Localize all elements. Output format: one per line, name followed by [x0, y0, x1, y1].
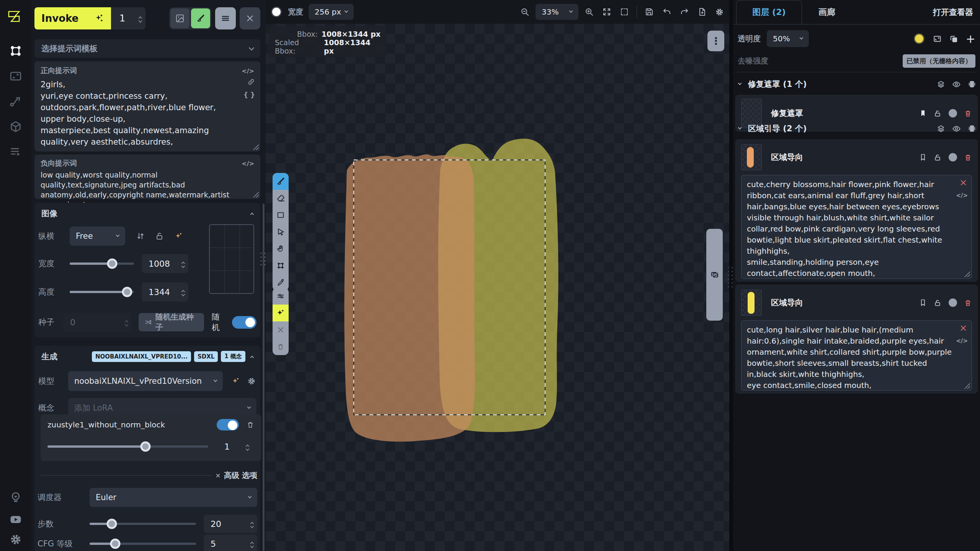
lora-delete-icon[interactable]	[247, 421, 254, 429]
cancel-button[interactable]	[240, 7, 260, 29]
delete-layer-icon[interactable]	[964, 299, 972, 307]
remove-prompt-icon[interactable]	[960, 324, 967, 332]
generation-advanced-row[interactable]: 高级 选项	[41, 470, 257, 481]
resize-grip[interactable]	[964, 271, 970, 277]
pan-tool[interactable]	[273, 240, 289, 257]
unlock-icon[interactable]	[934, 153, 942, 161]
open-viewer-link[interactable]: 打开查看器	[933, 7, 973, 18]
steps-steppers[interactable]	[251, 520, 253, 528]
image-section-header[interactable]: 图像	[38, 207, 256, 220]
canvas-mode-button[interactable]	[191, 8, 210, 28]
link-prompts-icon[interactable]	[247, 78, 255, 86]
sidebar-item-canvas[interactable]	[9, 44, 22, 57]
remove-prompt-icon[interactable]	[960, 179, 967, 186]
eraser-tool[interactable]	[273, 190, 289, 207]
invoke-sparkle-tool[interactable]	[273, 305, 289, 321]
lora-weight-slider[interactable]	[47, 445, 208, 448]
transform-tool[interactable]	[273, 257, 289, 274]
width-steppers[interactable]	[182, 260, 185, 267]
swap-dimensions-icon[interactable]	[136, 231, 145, 241]
regional-prompt-box[interactable]: cute,cherry blossoms,hair flower,pink fl…	[741, 175, 972, 279]
width-slider[interactable]	[70, 262, 134, 265]
model-settings-icon[interactable]	[247, 377, 256, 385]
select-tool[interactable]	[273, 223, 289, 240]
aspect-select[interactable]: Free	[70, 227, 125, 246]
cfg-slider[interactable]	[90, 543, 196, 545]
sidebar-item-models[interactable]	[9, 120, 22, 133]
delete-layer-icon[interactable]	[964, 153, 972, 161]
scheduler-select[interactable]: Euler	[90, 488, 257, 507]
lock-aspect-icon[interactable]	[155, 231, 164, 241]
bookmark-icon[interactable]	[919, 109, 927, 117]
steps-input[interactable]: 20	[204, 515, 257, 533]
duplicate-layer-icon[interactable]	[949, 34, 958, 43]
queue-count-stepper[interactable]: 1	[111, 7, 145, 29]
tab-gallery[interactable]: 画廊	[802, 0, 852, 24]
sidebar-settings-icon[interactable]	[10, 533, 22, 546]
isolate-layer-icon[interactable]	[968, 80, 976, 88]
brush-tool[interactable]	[273, 173, 289, 190]
generation-header[interactable]: 生成 NOOBAIXLNAIXL_VPRED10... SDXL 1 概念	[38, 350, 256, 363]
regional-section-header[interactable]: 区域引导 (2 个)	[738, 121, 976, 136]
visibility-icon[interactable]	[952, 124, 961, 133]
layer-enabled-dot[interactable]	[949, 298, 957, 307]
sidebar-video-icon[interactable]	[9, 513, 22, 526]
rect-tool[interactable]	[273, 207, 289, 223]
menu-button[interactable]	[215, 7, 236, 29]
regional-prompt-text[interactable]: cute,cherry blossoms,hair flower,pink fl…	[747, 179, 953, 279]
unlock-icon[interactable]	[934, 109, 942, 117]
layers-stack-icon[interactable]	[937, 80, 945, 88]
optimize-size-icon[interactable]	[174, 231, 183, 241]
canvas-layers[interactable]	[266, 0, 729, 551]
regional-layer-card[interactable]: 区域导向 cute,long hair,silver hair,blue hai…	[735, 285, 978, 393]
random-seed-toggle[interactable]	[232, 316, 256, 329]
tab-layers[interactable]: 图层 (2)	[736, 0, 802, 24]
queue-count-arrows[interactable]	[139, 15, 142, 22]
width-input[interactable]: 1008	[142, 254, 188, 273]
resize-grip[interactable]	[252, 143, 259, 150]
curly-braces-icon[interactable]: { }	[243, 91, 255, 99]
resize-grip[interactable]	[964, 382, 970, 389]
gallery-panel-handle[interactable]	[706, 229, 723, 321]
divider-drag-handle[interactable]	[728, 267, 733, 287]
embedding-icon[interactable]: </>	[956, 337, 968, 344]
positive-prompt-box[interactable]: 正向提示词 </> { } 2girls, yuri,eye contact,p…	[34, 61, 260, 152]
gallery-mode-button[interactable]	[170, 8, 189, 28]
tool-settings-icon[interactable]	[273, 288, 289, 305]
isolate-layer-icon[interactable]	[968, 124, 976, 133]
model-select[interactable]: noobaiXLNAIXL_vPred10Version	[68, 371, 223, 391]
height-slider[interactable]	[70, 291, 134, 293]
unlock-icon[interactable]	[934, 299, 942, 307]
fit-layer-icon[interactable]	[933, 34, 942, 43]
model-sparkle-icon[interactable]	[231, 377, 240, 386]
layer-color-swatch[interactable]	[914, 33, 924, 44]
canvas-context-menu-button[interactable]: ⋮	[707, 31, 724, 51]
seed-input[interactable]: 0	[63, 313, 132, 332]
sidebar-item-gallery[interactable]	[9, 70, 22, 83]
regional-prompt-text[interactable]: cute,long hair,silver hair,blue hair,(me…	[747, 324, 953, 391]
invoke-button[interactable]: Invoke	[34, 7, 111, 29]
positive-prompt-text[interactable]: 2girls, yuri,eye contact,princess carry,…	[41, 79, 247, 148]
bookmark-icon[interactable]	[919, 153, 927, 161]
cfg-input[interactable]: 5	[204, 535, 257, 551]
resize-grip[interactable]	[252, 191, 259, 197]
lora-weight-input[interactable]: 1	[217, 437, 253, 456]
panel-resize-handle[interactable]	[260, 253, 266, 266]
add-layer-icon[interactable]: +	[966, 32, 975, 46]
bookmark-icon[interactable]	[919, 299, 927, 306]
layer-enabled-dot[interactable]	[949, 109, 957, 117]
prompt-template-picker[interactable]: 选择提示词模板	[34, 39, 260, 58]
inpaint-section-header[interactable]: 修复遮罩 (1 个)	[738, 77, 976, 92]
cfg-steppers[interactable]	[251, 540, 253, 548]
lora-enabled-toggle[interactable]	[217, 419, 239, 430]
height-steppers[interactable]	[182, 289, 185, 296]
delete-layer-icon[interactable]	[964, 109, 972, 117]
layers-stack-icon[interactable]	[937, 124, 945, 133]
steps-slider[interactable]	[90, 523, 196, 525]
opacity-select[interactable]: 50%	[767, 30, 809, 47]
height-input[interactable]: 1344	[142, 282, 188, 302]
embedding-icon[interactable]: </>	[242, 67, 254, 75]
negative-prompt-box[interactable]: 负向提示词 </> low quality,worst quality,norm…	[34, 155, 260, 199]
regional-layer-card[interactable]: 区域导向 cute,cherry blossoms,hair flower,pi…	[735, 139, 978, 282]
visibility-icon[interactable]	[952, 80, 961, 89]
